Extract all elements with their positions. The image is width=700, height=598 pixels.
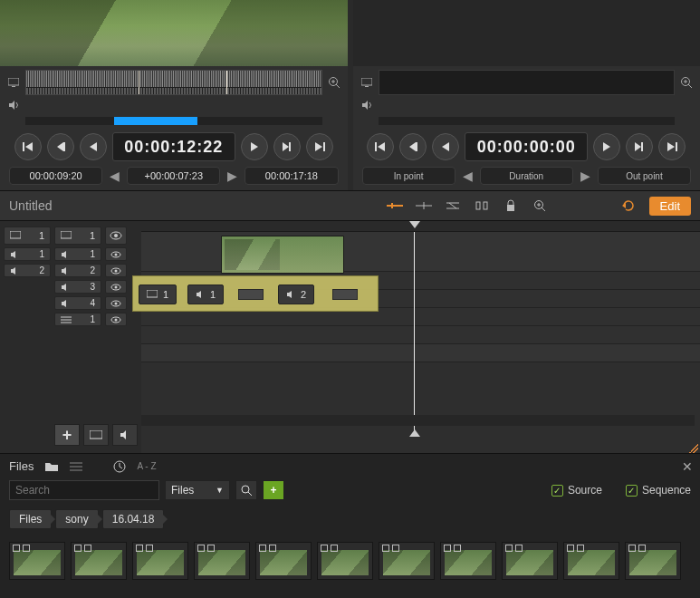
- visibility-toggle[interactable]: [105, 296, 127, 310]
- sort-label[interactable]: A - Z: [137, 461, 156, 471]
- source-tc-start[interactable]: 00:00:09:20: [9, 167, 102, 185]
- play-button[interactable]: [241, 133, 268, 160]
- add-video-track-button[interactable]: [83, 424, 109, 446]
- speaker-icon[interactable]: [360, 99, 373, 111]
- visibility-toggle[interactable]: [105, 313, 127, 326]
- source-preview[interactable]: [0, 0, 348, 66]
- file-thumbnail[interactable]: [379, 542, 435, 580]
- source-tc-end[interactable]: 00:00:17:18: [245, 167, 338, 185]
- record-timecode[interactable]: 00:00:00:00: [465, 132, 588, 161]
- monitor-icon[interactable]: [7, 76, 20, 89]
- track-seq[interactable]: 1: [54, 313, 101, 326]
- visibility-toggle[interactable]: [105, 280, 127, 294]
- record-scrub-strip[interactable]: [379, 70, 676, 95]
- track-v1-dst[interactable]: 1: [54, 227, 101, 245]
- add-button[interactable]: +: [263, 480, 284, 500]
- time-ruler[interactable]: [141, 221, 700, 232]
- step-back-button[interactable]: [47, 133, 74, 160]
- go-end-button[interactable]: [658, 133, 686, 160]
- monitor-icon[interactable]: [360, 76, 373, 89]
- tool-select-icon[interactable]: [387, 198, 403, 214]
- source-progress[interactable]: [25, 117, 322, 125]
- track-a2-dst[interactable]: 2: [54, 264, 101, 277]
- speaker-icon[interactable]: [7, 99, 20, 111]
- overlay-chip-a1[interactable]: 1: [187, 285, 224, 304]
- list-view-icon[interactable]: [70, 461, 82, 472]
- svg-rect-24: [375, 142, 377, 151]
- source-tc-delta[interactable]: +00:00:07:23: [127, 167, 220, 185]
- play-reverse-button[interactable]: [432, 133, 459, 160]
- folder-icon[interactable]: [44, 461, 59, 472]
- file-thumbnail[interactable]: [9, 542, 65, 580]
- overlay-chip-a2[interactable]: 2: [278, 285, 314, 304]
- playhead-marker-icon[interactable]: [409, 221, 420, 228]
- crumb-root[interactable]: Files: [9, 509, 52, 529]
- go-start-button[interactable]: [14, 133, 42, 160]
- svg-rect-33: [676, 142, 677, 151]
- edit-button[interactable]: Edit: [649, 197, 691, 216]
- crumb-folder[interactable]: sony: [55, 509, 98, 529]
- video-clip[interactable]: [221, 236, 344, 274]
- track-a1-src[interactable]: 1: [4, 247, 51, 261]
- file-thumbnail[interactable]: [317, 542, 373, 580]
- timeline: 1 1 2 1 1 2 3 4 1: [0, 221, 700, 453]
- visibility-toggle[interactable]: [105, 247, 127, 261]
- source-checkbox[interactable]: ✓Source: [551, 484, 602, 497]
- file-thumbnail[interactable]: [255, 542, 312, 580]
- search-input[interactable]: [9, 480, 159, 500]
- lock-icon[interactable]: [503, 198, 519, 214]
- file-thumbnail[interactable]: [132, 542, 188, 580]
- file-thumbnail[interactable]: [194, 542, 250, 580]
- crumb-folder[interactable]: 16.04.18: [102, 509, 165, 529]
- source-scrub-strip[interactable]: [25, 70, 322, 95]
- clock-icon[interactable]: [113, 460, 126, 473]
- svg-rect-16: [323, 142, 325, 151]
- zoom-in-icon[interactable]: [680, 76, 693, 89]
- track-a2-src[interactable]: 2: [4, 264, 51, 277]
- record-preview[interactable]: [353, 0, 701, 66]
- file-thumbnail[interactable]: [625, 542, 681, 580]
- undo-history-icon[interactable]: [620, 198, 637, 214]
- resize-grip-icon[interactable]: [689, 444, 698, 453]
- add-track-button[interactable]: +: [54, 424, 80, 446]
- track-a4-dst[interactable]: 4: [54, 296, 101, 310]
- playhead-marker-icon[interactable]: [409, 429, 420, 437]
- visibility-toggle[interactable]: [105, 264, 127, 277]
- source-timecode[interactable]: 00:00:12:22: [112, 132, 235, 161]
- play-button[interactable]: [593, 133, 620, 160]
- track-a3-dst[interactable]: 3: [54, 280, 101, 294]
- tool-trim-icon[interactable]: [416, 198, 432, 214]
- play-reverse-button[interactable]: [80, 133, 107, 160]
- search-button[interactable]: [235, 480, 257, 500]
- timeline-scrollbar[interactable]: [141, 415, 695, 426]
- file-thumbnail[interactable]: [71, 542, 127, 580]
- track-a1-dst[interactable]: 1: [54, 247, 101, 261]
- tool-slip-icon[interactable]: [445, 198, 461, 214]
- go-start-button[interactable]: [367, 133, 394, 160]
- close-icon[interactable]: ✕: [682, 459, 693, 474]
- track-v1-src[interactable]: 1: [4, 227, 51, 245]
- visibility-toggle[interactable]: [105, 227, 127, 245]
- playhead[interactable]: [414, 232, 415, 431]
- zoom-in-icon[interactable]: [328, 76, 340, 89]
- insert-overlay[interactable]: 1 1 2: [132, 275, 379, 312]
- duration-field[interactable]: Duration: [480, 167, 573, 185]
- record-progress[interactable]: [379, 117, 676, 125]
- sequence-checkbox[interactable]: ✓Sequence: [626, 484, 691, 497]
- step-back-button[interactable]: [399, 133, 427, 160]
- file-thumbnail[interactable]: [563, 542, 619, 580]
- file-thumbnail[interactable]: [440, 542, 496, 580]
- timeline-canvas[interactable]: 1 1 2: [141, 221, 700, 453]
- step-fwd-button[interactable]: [626, 133, 653, 160]
- overlay-chip-v1[interactable]: 1: [139, 285, 177, 304]
- file-thumbnail[interactable]: [502, 542, 558, 580]
- zoom-icon[interactable]: [532, 198, 548, 214]
- out-point-field[interactable]: Out point: [598, 167, 691, 185]
- go-end-button[interactable]: [306, 133, 333, 160]
- svg-point-63: [115, 253, 118, 256]
- in-point-field[interactable]: In point: [362, 167, 455, 185]
- step-fwd-button[interactable]: [273, 133, 301, 160]
- filter-dropdown[interactable]: Files ▼: [165, 480, 230, 500]
- add-audio-track-button[interactable]: [112, 424, 138, 446]
- tool-razor-icon[interactable]: [474, 198, 490, 214]
